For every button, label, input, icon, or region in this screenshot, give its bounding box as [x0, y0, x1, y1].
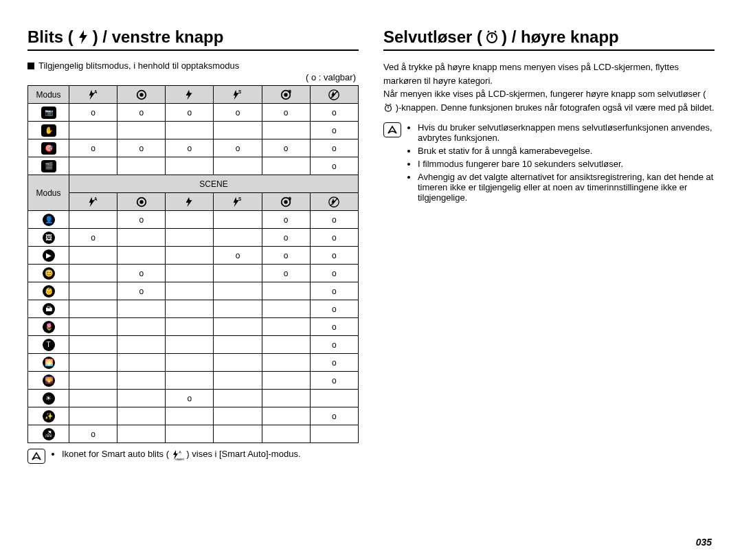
flash-fill-icon: [166, 86, 214, 104]
redeye-fix-icon: [262, 193, 310, 211]
availability-cell: [117, 336, 166, 354]
modus-header: Modus: [28, 175, 69, 211]
availability-cell: o: [214, 247, 262, 265]
scene-firework-icon: ✨: [28, 407, 69, 425]
availability-cell: [166, 282, 214, 300]
availability-cell: [117, 122, 166, 139]
availability-cell: [69, 122, 117, 139]
scene-closeup-icon: 🌷: [28, 318, 69, 336]
svg-point-21: [284, 200, 288, 203]
availability-cell: o: [69, 229, 117, 247]
heading-divider-right: [383, 49, 715, 51]
availability-cell: [117, 407, 166, 425]
availability-cell: [69, 157, 117, 175]
availability-cell: [166, 157, 214, 175]
flash-icon: [76, 30, 90, 45]
availability-cell: [166, 247, 214, 265]
scene-night-icon: ▶: [28, 247, 69, 265]
availability-cell: [166, 211, 214, 229]
availability-cell: [166, 122, 214, 139]
left-heading: Blits ( ) / venstre knapp: [27, 27, 359, 47]
availability-cell: o: [117, 282, 166, 300]
availability-cell: o: [262, 104, 310, 122]
svg-line-12: [330, 91, 338, 98]
availability-cell: [262, 407, 310, 425]
camera-p-icon: 📷: [28, 104, 69, 122]
legend-text: ( o : valgbar): [27, 72, 356, 82]
right-title-post: ) / høyre knapp: [502, 27, 619, 47]
note-post: ) vises i [Smart Auto]-modus.: [186, 449, 300, 459]
availability-cell: [214, 372, 262, 390]
availability-cell: o: [166, 104, 214, 122]
table-row: ✋o: [28, 122, 359, 139]
availability-cell: o: [310, 157, 358, 175]
availability-cell: [69, 247, 117, 265]
svg-point-4: [139, 93, 143, 96]
table-row: 🎬o: [28, 157, 359, 175]
availability-cell: o: [262, 139, 310, 157]
svg-line-24: [330, 198, 338, 205]
svg-marker-17: [186, 197, 192, 206]
availability-cell: [69, 372, 117, 390]
availability-cell: [214, 354, 262, 372]
availability-cell: o: [214, 139, 262, 157]
availability-cell: [117, 318, 166, 336]
availability-cell: o: [166, 139, 214, 157]
flash-slow-icon: S: [214, 193, 262, 211]
availability-cell: o: [310, 372, 358, 390]
availability-cell: o: [310, 336, 358, 354]
availability-cell: [69, 390, 117, 407]
page-number: 035: [696, 537, 712, 548]
availability-cell: [214, 407, 262, 425]
svg-point-16: [139, 200, 143, 203]
redeye-fix-icon: [262, 86, 310, 104]
movie-icon: 🎬: [28, 157, 69, 175]
heading-divider: [27, 49, 359, 51]
availability-cell: [214, 282, 262, 300]
availability-cell: [214, 265, 262, 282]
availability-cell: [117, 300, 166, 318]
availability-cell: [262, 282, 310, 300]
table-row: ☀o: [28, 390, 359, 407]
table-row: 🌄o: [28, 372, 359, 390]
availability-cell: [262, 354, 310, 372]
availability-cell: [214, 157, 262, 175]
svg-marker-0: [79, 30, 87, 44]
availability-cell: o: [310, 318, 358, 336]
scene-landscape-icon: 🏔: [28, 300, 69, 318]
flash-auto-icon: A: [69, 86, 117, 104]
svg-text:SMART: SMART: [175, 458, 184, 460]
table-row: 😊ooo: [28, 265, 359, 282]
left-subhead: Tilgjengelig blitsmodus, i henhold til o…: [27, 60, 359, 71]
square-bullet-icon: [27, 63, 34, 69]
table-row: ✨o: [28, 407, 359, 425]
availability-cell: [262, 390, 310, 407]
scene-sunset-icon: 🌅: [28, 354, 69, 372]
availability-cell: [262, 300, 310, 318]
availability-cell: o: [117, 139, 166, 157]
availability-cell: [214, 122, 262, 139]
availability-cell: o: [262, 247, 310, 265]
availability-cell: o: [310, 122, 358, 139]
subhead-text: Tilgjengelig blitsmodus, i henhold til o…: [38, 60, 239, 71]
availability-cell: [117, 390, 166, 407]
note-pre: Ikonet for Smart auto blits (: [62, 449, 169, 459]
availability-cell: [166, 425, 214, 443]
table-row: 🌷o: [28, 318, 359, 336]
flash-availability-table: ModusAS📷oooooo✋o🎯oooooo🎬oModusSCENEAS👤oo…: [27, 85, 359, 443]
availability-cell: o: [166, 390, 214, 407]
table-row: 🏖o: [28, 425, 359, 443]
availability-cell: [69, 318, 117, 336]
availability-cell: o: [117, 265, 166, 282]
modus-header: Modus: [28, 86, 69, 104]
availability-cell: o: [69, 425, 117, 443]
svg-point-9: [284, 93, 288, 96]
availability-cell: [69, 211, 117, 229]
para-text: Ved å trykke på høyre knapp mens menyen …: [383, 62, 706, 99]
svg-text:A: A: [93, 89, 97, 94]
right-heading: Selvutløser ( ) / høyre knapp: [383, 27, 715, 47]
availability-cell: o: [310, 282, 358, 300]
scene-beauty-icon: 👤: [28, 211, 69, 229]
availability-cell: [262, 318, 310, 336]
svg-text:A: A: [93, 197, 97, 201]
